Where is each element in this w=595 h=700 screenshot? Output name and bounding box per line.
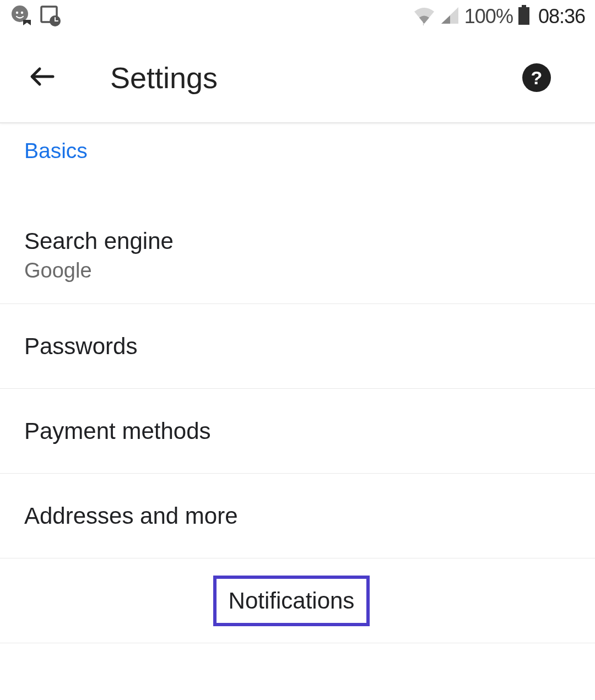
svg-point-1: [16, 12, 18, 14]
setting-search-engine[interactable]: Search engine Google: [0, 169, 595, 304]
setting-addresses-and-more[interactable]: Addresses and more: [0, 474, 595, 558]
setting-notifications[interactable]: Notifications: [0, 558, 595, 643]
setting-title: Addresses and more: [24, 503, 571, 529]
help-icon: ?: [531, 67, 543, 89]
back-button[interactable]: [26, 61, 60, 94]
svg-text:↕: ↕: [422, 20, 425, 26]
setting-passwords[interactable]: Passwords: [0, 304, 595, 389]
wifi-icon: ↕: [413, 5, 436, 28]
help-button[interactable]: ?: [522, 63, 551, 92]
setting-payment-methods[interactable]: Payment methods: [0, 389, 595, 474]
section-header-basics: Basics: [0, 123, 595, 169]
clock-time: 08:36: [538, 5, 585, 28]
setting-subtitle: Google: [24, 259, 571, 283]
svg-point-2: [21, 12, 23, 14]
svg-rect-7: [518, 7, 529, 25]
setting-title: Passwords: [24, 333, 571, 360]
svg-point-0: [12, 6, 28, 22]
app-bar: Settings ?: [0, 33, 595, 123]
status-left-icons: [10, 4, 62, 29]
svg-rect-6: [522, 5, 526, 7]
status-bar: ↕ 100% 08:36: [0, 0, 595, 33]
highlight-annotation: Notifications: [213, 576, 370, 626]
setting-title: Search engine: [24, 228, 571, 254]
status-right: ↕ 100% 08:36: [413, 5, 585, 28]
battery-percent: 100%: [464, 5, 513, 28]
arrow-left-icon: [28, 61, 58, 94]
setting-title: Payment methods: [24, 418, 571, 444]
setting-title: Notifications: [229, 588, 355, 614]
signal-icon: [440, 6, 460, 28]
messaging-icon: [10, 4, 32, 29]
battery-icon: [517, 5, 531, 28]
page-title: Settings: [110, 61, 218, 95]
tablet-clock-icon: [40, 4, 62, 29]
